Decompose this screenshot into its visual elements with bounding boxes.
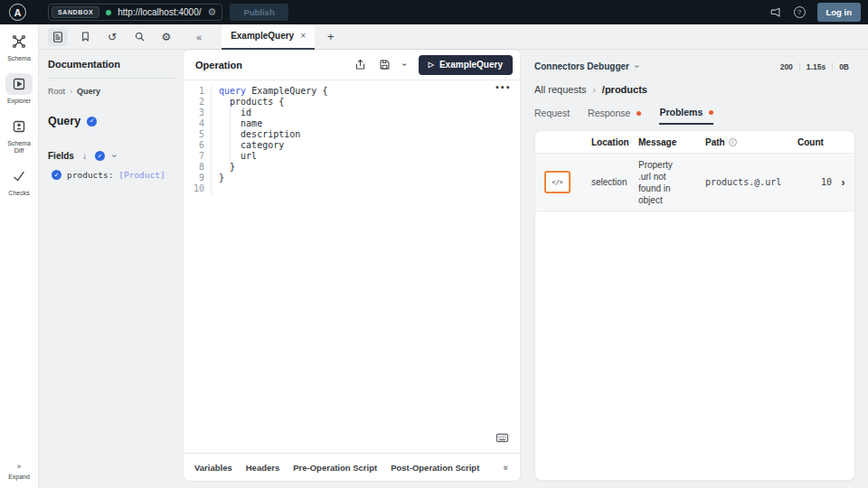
tab-response[interactable]: Response	[588, 108, 641, 124]
new-tab-button[interactable]: +	[327, 30, 335, 43]
publish-button[interactable]: Publish	[230, 4, 288, 21]
chevron-down-icon[interactable]: ›	[109, 155, 119, 157]
line-number: 9	[184, 173, 211, 183]
tab-label: Response	[588, 108, 630, 118]
request-duration: 1.15s	[799, 62, 832, 71]
run-operation-label: ExampleQuery	[439, 60, 503, 70]
sidebar-label: Schema Diff	[3, 140, 35, 155]
problems-alert-dot	[709, 110, 713, 115]
operation-panel: Operation › ▷ ExampleQuery	[184, 50, 520, 481]
operation-title: Operation	[195, 60, 242, 70]
connection-settings-gear-icon[interactable]: ⚙	[208, 7, 217, 17]
tab-pre-operation-script[interactable]: Pre-Operation Script	[293, 463, 377, 473]
bookmark-icon[interactable]	[75, 28, 95, 46]
problem-message: Property .url not found in object	[638, 159, 685, 206]
code-text: id	[211, 108, 251, 118]
search-icon[interactable]	[129, 28, 149, 46]
code-text: ExampleQuery {	[246, 86, 327, 96]
line-number: 1	[184, 86, 211, 97]
history-icon[interactable]: ↺	[102, 28, 122, 46]
left-sidebar: Schema Explorer Schema Diff	[0, 24, 39, 488]
breadcrumb-current: Query	[77, 87, 100, 96]
tab-problems[interactable]: Problems	[659, 107, 713, 125]
sort-arrow-icon[interactable]: ↓	[82, 151, 87, 161]
sidebar-item-explorer[interactable]: Explorer	[3, 73, 35, 105]
type-heading: Query ✓	[48, 115, 175, 127]
row-chevron-icon[interactable]: ›	[832, 176, 854, 189]
fields-header: Fields ↓ ✓ ›	[48, 151, 175, 161]
code-text: description	[211, 129, 300, 140]
debugger-dropdown-chevron-icon[interactable]: ›	[632, 65, 642, 68]
top-bar: A SANDBOX http://localhost:4000/ ⚙ Publi…	[0, 0, 868, 24]
save-operation-icon[interactable]	[379, 59, 391, 70]
code-text: }	[211, 162, 235, 173]
problems-table: Location Message Path i Count </> select…	[534, 130, 855, 481]
documentation-panel: Documentation Root › Query Query ✓ Field…	[39, 50, 184, 488]
info-icon[interactable]: i	[729, 138, 737, 146]
field-row-products[interactable]: ✓ products: [Product]	[48, 170, 175, 180]
breadcrumb-all-requests[interactable]: All requests	[534, 84, 586, 95]
sidebar-item-checks[interactable]: Checks	[3, 165, 35, 197]
sidebar-item-schema-diff[interactable]: Schema Diff	[3, 116, 35, 155]
line-number: 3	[184, 108, 211, 118]
selection-code-icon: </>	[544, 171, 571, 193]
apollo-logo-icon: A	[9, 4, 26, 21]
code-text: url	[211, 151, 257, 162]
operation-header: Operation › ▷ ExampleQuery	[184, 50, 520, 80]
announcements-icon[interactable]	[769, 6, 782, 19]
sidebar-expand-button[interactable]: » Expand	[3, 462, 35, 481]
share-operation-icon[interactable]	[354, 59, 366, 70]
run-operation-button[interactable]: ▷ ExampleQuery	[419, 55, 513, 75]
tab-headers[interactable]: Headers	[246, 463, 280, 473]
more-options-button[interactable]: •••	[495, 84, 511, 92]
keyword-token: query	[219, 86, 246, 96]
field-type[interactable]: [Product]	[118, 170, 165, 180]
sidebar-item-schema[interactable]: Schema	[3, 31, 35, 62]
column-path: Path i	[705, 137, 797, 147]
operation-tab[interactable]: ExampleQuery ×	[222, 24, 315, 50]
select-all-check-badge[interactable]: ✓	[95, 151, 105, 161]
type-selected-check-badge[interactable]: ✓	[87, 117, 97, 127]
breadcrumb-separator: ›	[70, 87, 72, 96]
debugger-header: Connectors Debugger › 200 1.15s 0B	[534, 61, 855, 71]
login-button[interactable]: Log in	[817, 3, 862, 22]
debugger-tabs: Request Response Problems	[534, 107, 855, 125]
problem-count: 10	[797, 177, 832, 187]
operation-tab-label: ExampleQuery	[231, 31, 294, 41]
type-name: Query	[48, 115, 80, 127]
schema-graph-icon	[5, 31, 33, 52]
problem-path: products.@.url	[705, 177, 797, 187]
problem-row[interactable]: </> selection Property .url not found in…	[535, 154, 854, 211]
query-editor[interactable]: 1query ExampleQuery { 2 products { 3 id …	[184, 80, 520, 453]
keyboard-shortcuts-icon[interactable]	[495, 432, 509, 446]
help-icon[interactable]: ?	[794, 6, 806, 18]
operation-collection-icon[interactable]	[48, 28, 68, 46]
problem-location: selection	[591, 177, 638, 187]
sidebar-label: Schema	[3, 55, 35, 62]
settings-gear-icon[interactable]: ⚙	[156, 28, 176, 46]
collapse-panel-icon[interactable]: «	[196, 32, 202, 42]
collapse-bottom-panel-icon[interactable]: »	[502, 465, 512, 470]
explorer-icon	[5, 73, 33, 95]
close-tab-icon[interactable]: ×	[300, 31, 306, 41]
status-green-dot	[106, 10, 111, 15]
breadcrumb-endpoint: /products	[602, 84, 647, 95]
code-text: category	[211, 140, 284, 151]
toolbar-row: ↺ ⚙ « ExampleQuery × +	[39, 24, 868, 50]
breadcrumb-root[interactable]: Root	[48, 87, 65, 96]
endpoint-url-input[interactable]: http://localhost:4000/	[118, 7, 201, 17]
code-text	[211, 183, 219, 194]
tab-variables[interactable]: Variables	[194, 463, 232, 473]
problems-table-header: Location Message Path i Count	[535, 131, 854, 154]
tab-post-operation-script[interactable]: Post-Operation Script	[391, 463, 479, 473]
line-number: 6	[184, 140, 211, 151]
topbar-right-cluster: ? Log in	[769, 3, 862, 22]
sandbox-badge: SANDBOX	[52, 6, 99, 18]
save-options-chevron-icon[interactable]: ›	[401, 63, 410, 66]
response-alert-dot	[637, 111, 641, 116]
code-text: }	[211, 173, 224, 183]
code-text: products {	[211, 97, 284, 108]
line-number: 8	[184, 162, 211, 173]
tab-request[interactable]: Request	[534, 108, 570, 124]
field-check-badge[interactable]: ✓	[52, 170, 61, 180]
